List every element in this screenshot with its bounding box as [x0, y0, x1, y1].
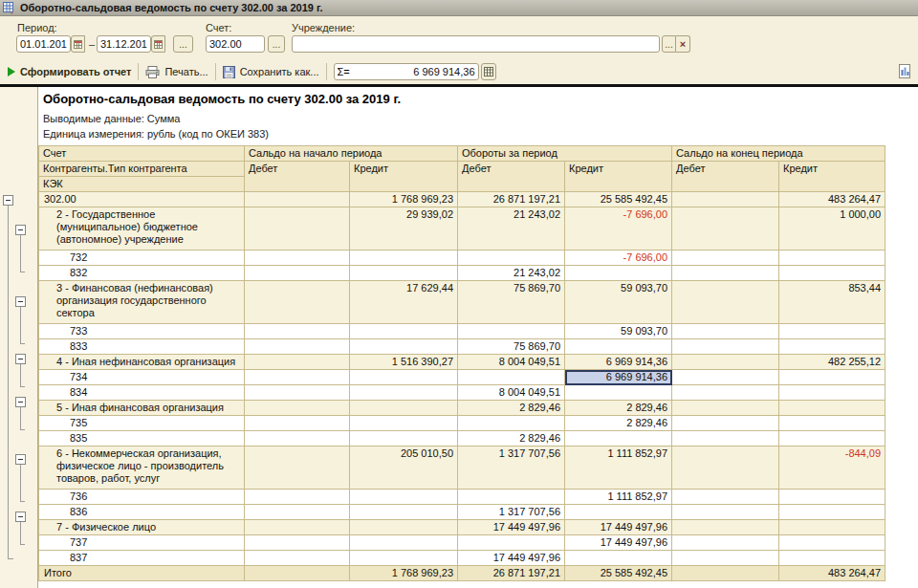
cell-eb_d[interactable] — [672, 505, 779, 520]
row-label[interactable]: 836 — [39, 505, 245, 520]
cell-eb_k[interactable]: 483 264,47 — [779, 192, 885, 207]
cell-eb_k[interactable] — [779, 535, 885, 551]
cell-t_d[interactable] — [458, 416, 565, 431]
cell-nb_k[interactable] — [350, 385, 458, 401]
autosum-field[interactable]: Σ= 6 969 914,36 — [334, 63, 479, 80]
cell-nb_d[interactable] — [245, 520, 350, 535]
cell-nb_d[interactable] — [245, 401, 350, 416]
account-select-button[interactable]: ... — [268, 35, 285, 53]
row-label[interactable]: 837 — [39, 551, 245, 566]
cell-eb_d[interactable] — [672, 535, 779, 551]
cell-eb_k[interactable]: 483 264,47 — [779, 566, 885, 581]
cell-eb_k[interactable] — [779, 490, 885, 505]
cell-eb_d[interactable] — [672, 207, 779, 250]
cell-eb_k[interactable] — [779, 551, 885, 566]
cell-nb_k[interactable] — [350, 535, 458, 551]
cell-nb_d[interactable] — [245, 250, 350, 266]
cell-eb_d[interactable] — [672, 431, 779, 446]
row-label[interactable]: 732 — [39, 250, 245, 266]
cell-nb_k[interactable] — [350, 520, 458, 535]
cell-t_k[interactable]: 2 829,46 — [565, 401, 672, 416]
cell-t_k[interactable]: 2 829,46 — [565, 416, 672, 431]
cell-t_k[interactable] — [565, 551, 672, 566]
cell-eb_k[interactable] — [779, 370, 885, 385]
cell-eb_d[interactable] — [672, 566, 779, 581]
row-label[interactable]: 735 — [39, 416, 245, 431]
row-label[interactable]: 3 - Финансовая (нефинансовая) организаци… — [39, 281, 245, 324]
cell-t_d[interactable]: 21 243,02 — [458, 207, 565, 250]
cell-nb_d[interactable] — [245, 446, 350, 490]
cell-eb_d[interactable] — [672, 192, 779, 207]
cell-eb_k[interactable] — [779, 505, 885, 520]
cell-t_k[interactable]: 25 585 492,45 — [565, 566, 672, 581]
header-credit[interactable]: Кредит — [779, 162, 885, 192]
cell-t_d[interactable]: 2 829,46 — [458, 401, 565, 416]
cell-t_k[interactable] — [565, 385, 672, 401]
header-debit[interactable]: Дебет — [458, 162, 565, 192]
cell-t_k[interactable]: -7 696,00 — [565, 250, 672, 266]
cell-eb_d[interactable] — [672, 490, 779, 505]
row-label[interactable]: 736 — [39, 490, 245, 505]
cell-t_k[interactable] — [565, 431, 672, 446]
row-label[interactable]: 832 — [39, 266, 245, 281]
cell-eb_k[interactable]: -844,09 — [779, 446, 885, 490]
cell-nb_k[interactable] — [350, 401, 458, 416]
cell-nb_d[interactable] — [245, 416, 350, 431]
collapse-toggle-group-4[interactable] — [15, 354, 26, 364]
cell-eb_d[interactable] — [672, 446, 779, 490]
cell-nb_d[interactable] — [245, 192, 350, 207]
cell-nb_d[interactable] — [245, 551, 350, 566]
cell-nb_k[interactable] — [350, 250, 458, 266]
cell-nb_k[interactable] — [350, 370, 458, 385]
period-to-input[interactable] — [97, 35, 151, 53]
row-label[interactable]: Итого — [39, 566, 245, 581]
period-from-calendar-button[interactable] — [71, 35, 85, 53]
cell-eb_d[interactable] — [672, 416, 779, 431]
cell-eb_d[interactable] — [672, 281, 779, 324]
cell-nb_k[interactable]: 1 516 390,27 — [350, 355, 458, 370]
cell-t_d[interactable] — [458, 535, 565, 551]
cell-nb_k[interactable] — [350, 324, 458, 339]
cell-nb_d[interactable] — [245, 370, 350, 385]
cell-nb_k[interactable]: 1 768 969,23 — [350, 192, 458, 207]
print-button[interactable]: Печать... — [145, 66, 208, 78]
row-label[interactable]: 2 - Государственное (муниципальное) бюдж… — [39, 207, 245, 250]
cell-t_d[interactable]: 75 869,70 — [458, 339, 565, 355]
cell-t_d[interactable]: 75 869,70 — [458, 281, 565, 324]
cell-t_d[interactable]: 8 004 049,51 — [458, 385, 565, 401]
cell-eb_d[interactable] — [672, 385, 779, 401]
period-to-calendar-button[interactable] — [151, 35, 165, 53]
cell-t_d[interactable]: 2 829,46 — [458, 431, 565, 446]
cell-nb_k[interactable]: 205 010,50 — [350, 446, 458, 490]
institution-select-button[interactable]: ... — [662, 35, 676, 53]
collapse-toggle-group-7[interactable] — [15, 512, 26, 522]
header-closing-balance[interactable]: Сальдо на конец периода — [672, 146, 885, 162]
cell-t_k[interactable]: 59 093,70 — [565, 324, 672, 339]
cell-t_k[interactable]: 25 585 492,45 — [565, 192, 672, 207]
cell-t_k[interactable]: 6 969 914,36 — [565, 355, 672, 370]
generate-report-button[interactable]: Сформировать отчет — [8, 66, 131, 77]
save-as-button[interactable]: Сохранить как... — [223, 66, 319, 78]
collapse-toggle-group-5[interactable] — [15, 397, 26, 407]
cell-t_d[interactable] — [458, 250, 565, 266]
cell-t_d[interactable]: 26 871 197,21 — [458, 566, 565, 581]
account-input[interactable] — [206, 35, 265, 53]
cell-t_k[interactable] — [565, 266, 672, 281]
cell-nb_k[interactable]: 1 768 969,23 — [350, 566, 458, 581]
row-label[interactable]: 4 - Иная нефинансовая организация — [39, 355, 245, 370]
cell-t_k[interactable]: 6 969 914,36 — [565, 370, 672, 385]
cell-eb_k[interactable] — [779, 250, 885, 266]
cell-t_k[interactable]: 1 111 852,97 — [565, 446, 672, 490]
cell-t_d[interactable]: 17 449 497,96 — [458, 551, 565, 566]
cell-nb_d[interactable] — [245, 266, 350, 281]
cell-t_d[interactable]: 26 871 197,21 — [458, 192, 565, 207]
row-label[interactable]: 835 — [39, 431, 245, 446]
collapse-toggle-group-2[interactable] — [15, 225, 26, 235]
collapse-toggle-account[interactable] — [3, 195, 13, 206]
row-label[interactable]: 5 - Иная финансовая организация — [39, 401, 245, 416]
cell-eb_k[interactable] — [779, 324, 885, 339]
cell-t_d[interactable]: 17 449 497,96 — [458, 520, 565, 535]
cell-t_k[interactable] — [565, 339, 672, 355]
header-opening-balance[interactable]: Сальдо на начало периода — [245, 146, 458, 162]
cell-t_k[interactable]: 1 111 852,97 — [565, 490, 672, 505]
